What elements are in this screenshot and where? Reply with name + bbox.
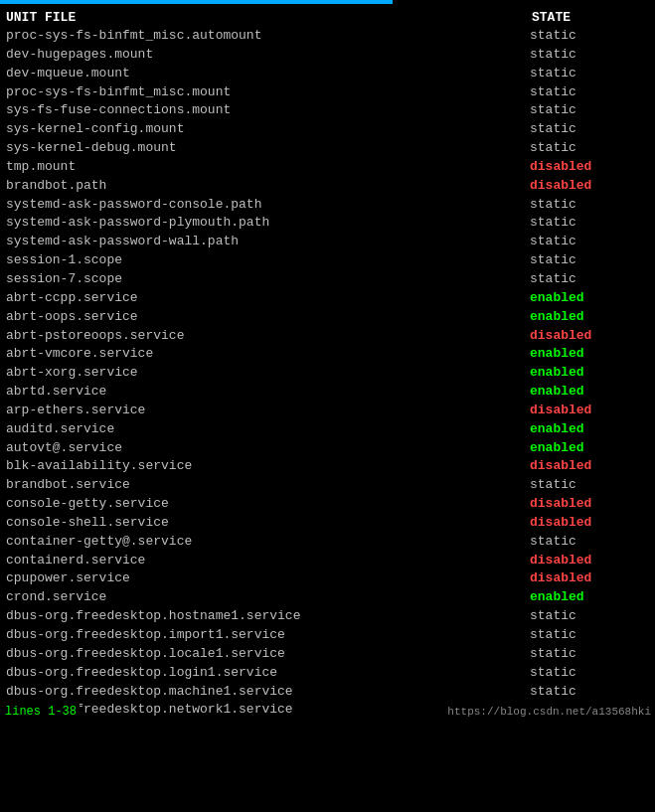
state-value: static <box>530 270 649 289</box>
state-value: static <box>530 664 649 683</box>
unit-name: dev-hugepages.mount <box>6 46 530 65</box>
unit-name: dev-mqueue.mount <box>6 65 530 83</box>
unit-name: dbus-org.freedesktop.import1.service <box>6 626 530 645</box>
table-row: tmp.mountdisabled <box>4 158 651 177</box>
table-row: containerd.servicedisabled <box>4 552 651 570</box>
table-row: sys-fs-fuse-connections.mountstatic <box>4 101 651 120</box>
table-row: systemd-ask-password-wall.pathstatic <box>4 233 651 251</box>
table-row: abrt-pstoreoops.servicedisabled <box>4 327 651 346</box>
state-value: enabled <box>530 364 649 383</box>
state-value: static <box>530 83 649 102</box>
state-value: disabled <box>530 327 649 346</box>
state-value: enabled <box>530 289 649 308</box>
unit-name: abrt-ccpp.service <box>6 289 530 308</box>
top-progress-bar <box>0 0 655 4</box>
table-row: brandbot.pathdisabled <box>4 177 651 196</box>
table-row: autovt@.serviceenabled <box>4 439 651 458</box>
table-row: abrt-ccpp.serviceenabled <box>4 289 651 308</box>
state-value: static <box>530 233 649 251</box>
table-row: console-shell.servicedisabled <box>4 514 651 533</box>
unit-name: brandbot.service <box>6 476 530 495</box>
table-row: systemd-ask-password-plymouth.pathstatic <box>4 214 651 233</box>
state-value: disabled <box>530 402 649 420</box>
table-row: console-getty.servicedisabled <box>4 495 651 514</box>
unit-name: proc-sys-fs-binfmt_misc.mount <box>6 83 530 102</box>
state-value: static <box>530 214 649 233</box>
unit-name: container-getty@.service <box>6 533 530 552</box>
state-value: disabled <box>530 457 649 476</box>
table-row: dev-mqueue.mountstatic <box>4 65 651 83</box>
state-value: enabled <box>530 345 649 364</box>
table-row: abrtd.serviceenabled <box>4 383 651 402</box>
state-value: static <box>530 46 649 65</box>
table-row: proc-sys-fs-binfmt_misc.mountstatic <box>4 83 651 102</box>
table-row: arp-ethers.servicedisabled <box>4 402 651 420</box>
table-row: auditd.serviceenabled <box>4 420 651 439</box>
table-row: session-1.scopestatic <box>4 251 651 270</box>
unit-name: dbus-org.freedesktop.locale1.service <box>6 645 530 664</box>
state-value: disabled <box>530 569 649 588</box>
table-row: crond.serviceenabled <box>4 588 651 607</box>
state-value: static <box>530 101 649 120</box>
table-row: brandbot.servicestatic <box>4 476 651 495</box>
unit-name: brandbot.path <box>6 177 530 196</box>
state-value: static <box>530 476 649 495</box>
state-value: disabled <box>530 495 649 514</box>
unit-name: abrt-pstoreoops.service <box>6 327 530 346</box>
unit-name: systemd-ask-password-plymouth.path <box>6 214 530 233</box>
unit-name: auditd.service <box>6 420 530 439</box>
unit-name: console-shell.service <box>6 514 530 533</box>
table-row: sys-kernel-debug.mountstatic <box>4 139 651 158</box>
state-value: static <box>530 139 649 158</box>
unit-name: sys-kernel-config.mount <box>6 120 530 139</box>
table-row: dbus-org.freedesktop.login1.servicestati… <box>4 664 651 683</box>
unit-name: dbus-org.freedesktop.machine1.service <box>6 683 530 702</box>
unit-name: crond.service <box>6 588 530 607</box>
header-state: STATE <box>532 10 651 25</box>
state-value: disabled <box>530 552 649 570</box>
table-row: systemd-ask-password-console.pathstatic <box>4 196 651 215</box>
state-value: enabled <box>530 439 649 458</box>
state-value: static <box>530 251 649 270</box>
unit-name: sys-fs-fuse-connections.mount <box>6 101 530 120</box>
unit-name: abrt-xorg.service <box>6 364 530 383</box>
state-value: static <box>530 120 649 139</box>
unit-name: dbus-org.freedesktop.hostname1.service <box>6 607 530 626</box>
state-value: static <box>530 645 649 664</box>
terminal-container: UNIT FILE STATE proc-sys-fs-binfmt_misc.… <box>0 0 655 720</box>
unit-name: autovt@.service <box>6 439 530 458</box>
unit-name: blk-availability.service <box>6 457 530 476</box>
unit-name: session-1.scope <box>6 251 530 270</box>
table-row: sys-kernel-config.mountstatic <box>4 120 651 139</box>
unit-name: cpupower.service <box>6 569 530 588</box>
table-row: dev-hugepages.mountstatic <box>4 46 651 65</box>
state-value: disabled <box>530 514 649 533</box>
table-row: abrt-xorg.serviceenabled <box>4 364 651 383</box>
state-value: enabled <box>530 420 649 439</box>
table-row: container-getty@.servicestatic <box>4 533 651 552</box>
state-value: static <box>530 196 649 215</box>
state-value: disabled <box>530 177 649 196</box>
unit-name: abrt-vmcore.service <box>6 345 530 364</box>
unit-name: systemd-ask-password-console.path <box>6 196 530 215</box>
header-unit-file: UNIT FILE <box>6 10 532 25</box>
state-value: static <box>530 65 649 83</box>
table-row: session-7.scopestatic <box>4 270 651 289</box>
state-value: enabled <box>530 383 649 402</box>
rows-container: proc-sys-fs-binfmt_misc.automountstaticd… <box>4 27 651 720</box>
unit-name: session-7.scope <box>6 270 530 289</box>
table-row: dbus-org.freedesktop.locale1.servicestat… <box>4 645 651 664</box>
unit-name: containerd.service <box>6 552 530 570</box>
unit-name: proc-sys-fs-binfmt_misc.automount <box>6 27 530 46</box>
table-row: blk-availability.servicedisabled <box>4 457 651 476</box>
table-row: dbus-org.freedesktop.machine1.servicesta… <box>4 683 651 702</box>
unit-name: sys-kernel-debug.mount <box>6 139 530 158</box>
table-row: dbus-org.freedesktop.hostname1.servicest… <box>4 607 651 626</box>
table-row: abrt-vmcore.serviceenabled <box>4 345 651 364</box>
unit-name: console-getty.service <box>6 495 530 514</box>
state-value: enabled <box>530 308 649 327</box>
table-row: proc-sys-fs-binfmt_misc.automountstatic <box>4 27 651 46</box>
state-value: static <box>530 607 649 626</box>
table-row: abrt-oops.serviceenabled <box>4 308 651 327</box>
unit-name: abrtd.service <box>6 383 530 402</box>
